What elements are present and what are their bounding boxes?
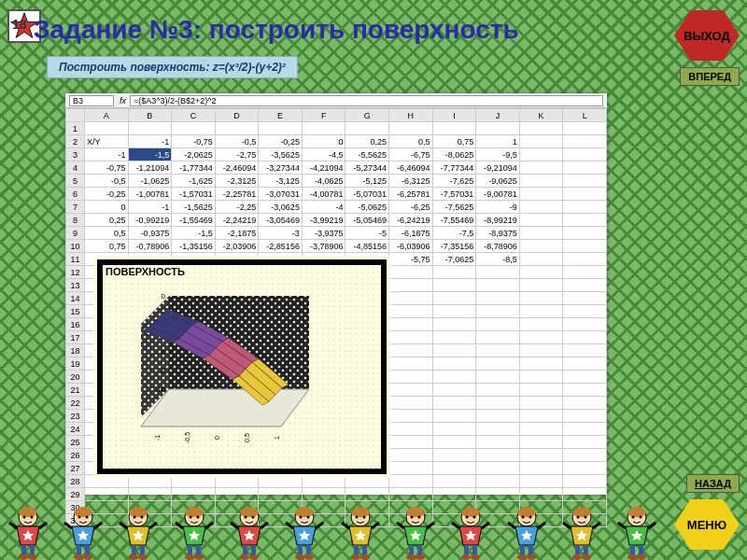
- cell[interactable]: -7,5: [432, 227, 476, 240]
- cell[interactable]: -9,5: [476, 148, 520, 161]
- cell[interactable]: -1: [85, 148, 129, 161]
- cell[interactable]: 0,5: [389, 135, 433, 148]
- cell[interactable]: [389, 449, 433, 462]
- cell[interactable]: -3,27344: [259, 161, 303, 175]
- cell[interactable]: -7,57031: [432, 188, 476, 201]
- cell[interactable]: [563, 371, 607, 384]
- cell[interactable]: 1: [476, 135, 520, 148]
- cell[interactable]: [389, 384, 433, 397]
- cell[interactable]: -1,57031: [172, 188, 216, 201]
- cell[interactable]: [389, 475, 433, 488]
- cell[interactable]: [563, 344, 607, 357]
- cell[interactable]: [389, 292, 433, 305]
- cell[interactable]: -3: [259, 227, 303, 240]
- forward-button[interactable]: ВПЕРЕД: [680, 67, 740, 86]
- cell[interactable]: -8,5: [476, 253, 520, 266]
- cell[interactable]: [519, 423, 563, 436]
- cell[interactable]: -4,85156: [345, 240, 389, 253]
- row-header[interactable]: 13: [66, 279, 85, 292]
- cell[interactable]: -1,00781: [128, 188, 172, 201]
- cell[interactable]: [563, 122, 607, 135]
- cell[interactable]: -6,46094: [389, 161, 433, 175]
- cell[interactable]: [389, 410, 433, 423]
- col-header[interactable]: L: [563, 109, 607, 122]
- cell[interactable]: 0,25: [85, 214, 129, 227]
- cell[interactable]: [519, 357, 563, 371]
- col-header[interactable]: H: [389, 109, 433, 122]
- row-header[interactable]: 17: [66, 331, 85, 344]
- col-header[interactable]: B: [128, 109, 172, 122]
- cell[interactable]: [172, 475, 216, 488]
- cell[interactable]: -8,0625: [432, 148, 476, 161]
- row-header[interactable]: 12: [66, 266, 85, 279]
- cell[interactable]: [563, 227, 607, 240]
- cell[interactable]: [519, 475, 563, 488]
- cell[interactable]: [563, 266, 607, 279]
- cell[interactable]: -7,0625: [432, 253, 476, 266]
- cell[interactable]: [432, 279, 476, 292]
- cell[interactable]: -0,5: [85, 175, 129, 188]
- cell[interactable]: -8,9375: [476, 227, 520, 240]
- cell[interactable]: [476, 279, 520, 292]
- row-header[interactable]: 21: [66, 384, 85, 397]
- cell[interactable]: [519, 397, 563, 410]
- cell[interactable]: [519, 371, 563, 384]
- fx-label[interactable]: fx: [120, 96, 126, 105]
- cell[interactable]: [85, 122, 129, 135]
- cell[interactable]: -0,75: [172, 135, 216, 148]
- row-header[interactable]: 2: [66, 135, 85, 148]
- cell[interactable]: -6,1875: [389, 227, 433, 240]
- cell[interactable]: -2,46094: [215, 161, 259, 175]
- cell[interactable]: [476, 266, 520, 279]
- cell[interactable]: -3,125: [259, 175, 303, 188]
- cell[interactable]: [519, 292, 563, 305]
- cell[interactable]: [563, 148, 607, 161]
- cell[interactable]: -0,25: [85, 188, 129, 201]
- cell[interactable]: [302, 475, 345, 488]
- cell[interactable]: -1,21094: [128, 161, 172, 175]
- cell[interactable]: -9,21094: [476, 161, 520, 175]
- cell[interactable]: [519, 410, 563, 423]
- cell[interactable]: [563, 410, 607, 423]
- row-header[interactable]: 9: [66, 227, 85, 240]
- cell[interactable]: [432, 384, 476, 397]
- cell[interactable]: [389, 357, 433, 371]
- back-button[interactable]: НАЗАД: [686, 474, 740, 493]
- row-header[interactable]: 8: [66, 214, 85, 227]
- cell[interactable]: -5,75: [389, 253, 433, 266]
- cell[interactable]: -1,35156: [172, 240, 216, 253]
- cell[interactable]: -5,27344: [345, 161, 389, 175]
- cell[interactable]: -1: [128, 201, 172, 214]
- col-header[interactable]: J: [476, 109, 520, 122]
- cell[interactable]: -2,3125: [215, 175, 259, 188]
- chart-container[interactable]: ПОВЕРХНОСТЬ 0-2-4-6-8-10 -1-0,500,51: [97, 259, 387, 474]
- cell[interactable]: -9,0625: [476, 175, 520, 188]
- cell[interactable]: [389, 423, 433, 436]
- cell[interactable]: [432, 410, 476, 423]
- cell[interactable]: [389, 279, 433, 292]
- cell[interactable]: [172, 122, 216, 135]
- cell[interactable]: 0,5: [85, 227, 129, 240]
- row-header[interactable]: 24: [66, 423, 85, 436]
- cell[interactable]: -5,5625: [345, 148, 389, 161]
- cell[interactable]: [519, 253, 563, 266]
- cell[interactable]: [432, 475, 476, 488]
- row-header[interactable]: 11: [66, 253, 85, 266]
- cell[interactable]: -7,625: [432, 175, 476, 188]
- cell[interactable]: [519, 344, 563, 357]
- row-header[interactable]: 7: [66, 201, 85, 214]
- cell[interactable]: [519, 201, 563, 214]
- cell[interactable]: [432, 357, 476, 371]
- row-header[interactable]: 28: [66, 475, 85, 488]
- cell[interactable]: [563, 161, 607, 175]
- cell[interactable]: -1: [128, 135, 172, 148]
- cell[interactable]: [519, 279, 563, 292]
- cell[interactable]: [476, 122, 520, 135]
- cell[interactable]: 0,25: [345, 135, 389, 148]
- cell[interactable]: [215, 122, 259, 135]
- row-header[interactable]: 16: [66, 318, 85, 331]
- row-header[interactable]: 25: [66, 436, 85, 449]
- cell[interactable]: [476, 397, 520, 410]
- row-header[interactable]: 6: [66, 188, 85, 201]
- cell[interactable]: -0,9375: [128, 227, 172, 240]
